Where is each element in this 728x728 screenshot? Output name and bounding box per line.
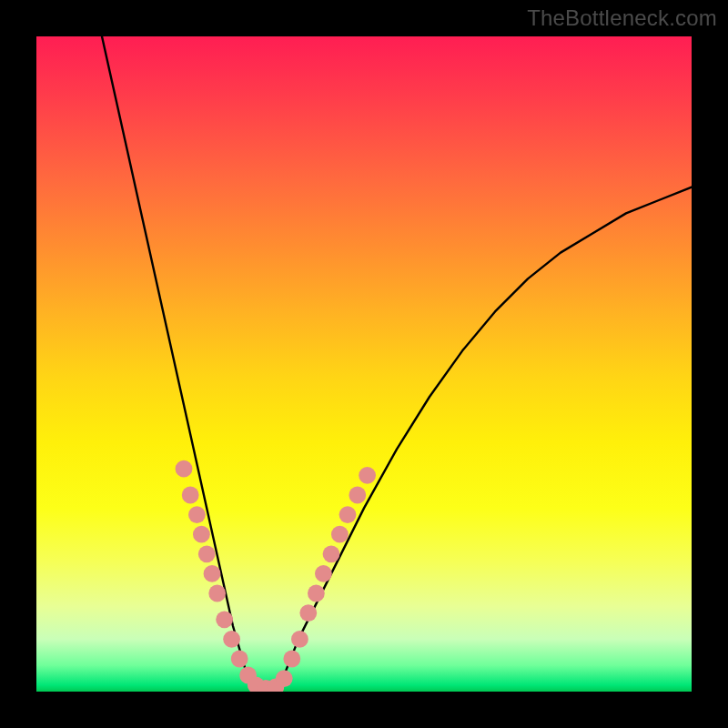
marker-dot	[283, 651, 300, 668]
marker-dot	[315, 565, 332, 582]
curve-line	[102, 36, 692, 692]
marker-dot	[182, 487, 199, 504]
marker-dot	[223, 631, 240, 648]
marker-dot	[331, 526, 349, 543]
marker-dot	[339, 506, 357, 523]
marker-dot	[349, 487, 366, 504]
marker-dot	[204, 565, 221, 582]
marker-dot	[198, 545, 216, 562]
chart-svg	[36, 36, 692, 692]
marker-dot	[359, 467, 376, 484]
plot-area	[36, 36, 692, 692]
curve-markers	[176, 460, 376, 692]
watermark-text: TheBottleneck.com	[527, 5, 717, 31]
marker-dot	[323, 545, 340, 562]
marker-dot	[299, 604, 317, 622]
chart-frame: TheBottleneck.com	[0, 0, 728, 728]
marker-dot	[216, 611, 233, 628]
marker-dot	[188, 506, 206, 523]
marker-dot	[291, 631, 308, 648]
marker-dot	[276, 670, 293, 687]
marker-dot	[308, 585, 325, 602]
marker-dot	[193, 526, 210, 543]
marker-dot	[176, 460, 193, 478]
marker-dot	[208, 585, 226, 602]
marker-dot	[231, 651, 248, 668]
